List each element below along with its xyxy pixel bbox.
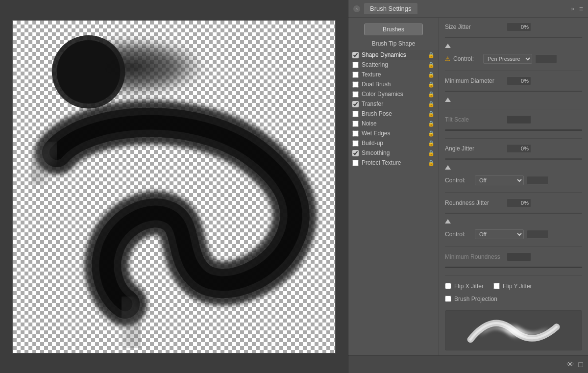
divider-6 — [445, 275, 582, 276]
sidebar-label-texture: Texture — [362, 71, 426, 78]
brush-preview — [445, 310, 582, 351]
angle-jitter-slider[interactable] — [445, 158, 582, 160]
flip-y-row: Flip Y Jitter — [493, 283, 532, 290]
wet-edges-checkbox[interactable] — [352, 130, 359, 137]
sidebar-item-protect-texture[interactable]: Protect Texture 🔒 — [348, 158, 439, 168]
transfer-checkbox[interactable] — [352, 101, 359, 107]
lock-icon-transfer: 🔒 — [428, 101, 435, 107]
sidebar-item-transfer[interactable]: Transfer 🔒 — [348, 99, 439, 109]
angle-jitter-row: Angle Jitter — [445, 144, 582, 153]
angle-control-value[interactable] — [527, 176, 549, 185]
divider-2 — [445, 109, 582, 109]
shape-dynamics-checkbox[interactable] — [352, 52, 359, 58]
sidebar-item-brush-pose[interactable]: Brush Pose 🔒 — [348, 109, 439, 119]
brush-preview-svg — [445, 311, 582, 350]
scattering-checkbox[interactable] — [352, 62, 359, 68]
sidebar-item-wet-edges[interactable]: Wet Edges 🔒 — [348, 128, 439, 138]
flip-x-row: Flip X Jitter — [445, 283, 484, 290]
size-jitter-thumb[interactable] — [445, 44, 451, 48]
flip-x-checkbox[interactable] — [445, 283, 451, 289]
lock-icon-build-up: 🔒 — [428, 140, 435, 147]
sidebar-item-noise[interactable]: Noise 🔒 — [348, 119, 439, 128]
roundness-control-select[interactable]: Off Fade Pen Pressure Pen Tilt — [475, 229, 524, 239]
brush-pose-checkbox[interactable] — [352, 111, 359, 117]
size-jitter-control-label: Control: — [453, 55, 480, 62]
size-jitter-control-select[interactable]: Pen Pressure Off Fade Pen Tilt Stylus Wh… — [483, 54, 532, 64]
roundness-control-row: Control: Off Fade Pen Pressure Pen Tilt — [445, 229, 582, 239]
lock-icon-smoothing: 🔒 — [428, 150, 435, 156]
min-roundness-row: Minimum Roundness — [445, 252, 582, 261]
sidebar-label-dual-brush: Dual Brush — [362, 81, 426, 88]
sidebar-label-color-dynamics: Color Dynamics — [362, 91, 426, 98]
roundness-control-label: Control: — [445, 231, 472, 238]
tilt-scale-slider[interactable] — [445, 129, 582, 131]
lock-icon-noise: 🔒 — [428, 121, 435, 127]
sidebar-label-shape-dynamics: Shape Dynamics — [362, 51, 426, 58]
sidebar-item-scattering[interactable]: Scattering 🔒 — [348, 60, 439, 70]
angle-control-label: Control: — [445, 177, 472, 184]
color-dynamics-checkbox[interactable] — [352, 91, 359, 98]
svg-point-2 — [57, 40, 121, 103]
panel-content: Brushes Brush Tip Shape Shape Dynamics 🔒… — [348, 18, 588, 355]
canvas-wrapper — [12, 20, 336, 353]
close-button[interactable]: × — [353, 5, 360, 12]
window-icon[interactable]: □ — [578, 360, 583, 369]
sidebar-item-texture[interactable]: Texture 🔒 — [348, 70, 439, 79]
angle-jitter-value[interactable] — [507, 144, 531, 153]
roundness-control-value[interactable] — [527, 230, 549, 239]
panel-right: Size Jitter ⚠ Control: Pen Pressure Off … — [439, 18, 588, 355]
min-roundness-slider[interactable] — [445, 267, 582, 268]
sidebar-label-brush-pose: Brush Pose — [362, 110, 426, 117]
brushes-button[interactable]: Brushes — [364, 24, 423, 35]
noise-checkbox[interactable] — [352, 121, 359, 127]
tilt-scale-row: Tilt Scale — [445, 115, 582, 124]
roundness-jitter-thumb[interactable] — [445, 219, 451, 224]
panel-menu-icon[interactable]: ≡ — [579, 5, 583, 13]
min-diameter-row: Minimum Diameter — [445, 76, 582, 85]
divider-1 — [445, 71, 582, 71]
sidebar-item-smoothing[interactable]: Smoothing 🔒 — [348, 148, 439, 158]
sidebar-label-protect-texture: Protect Texture — [362, 159, 426, 166]
protect-texture-checkbox[interactable] — [352, 160, 359, 166]
size-jitter-slider[interactable] — [445, 37, 582, 38]
build-up-checkbox[interactable] — [352, 140, 359, 147]
lock-icon-dual-brush: 🔒 — [428, 81, 435, 88]
size-jitter-control-row: ⚠ Control: Pen Pressure Off Fade Pen Til… — [445, 54, 582, 64]
brush-stroke — [13, 21, 335, 353]
min-diameter-thumb[interactable] — [445, 98, 451, 102]
angle-jitter-thumb[interactable] — [445, 165, 451, 170]
panel-title: Brush Settings — [364, 3, 417, 14]
min-diameter-slider[interactable] — [445, 91, 582, 92]
eye-icon[interactable]: 👁 — [566, 360, 574, 369]
roundness-jitter-row: Roundness Jitter — [445, 199, 582, 207]
sidebar-label-build-up: Build-up — [362, 140, 426, 147]
texture-checkbox[interactable] — [352, 72, 359, 78]
flip-y-label: Flip Y Jitter — [503, 283, 532, 290]
sidebar-item-dual-brush[interactable]: Dual Brush 🔒 — [348, 79, 439, 89]
min-roundness-value[interactable] — [507, 252, 531, 261]
tilt-scale-value[interactable] — [507, 115, 531, 124]
sidebar-label-wet-edges: Wet Edges — [362, 130, 426, 137]
roundness-jitter-value[interactable] — [507, 199, 531, 207]
collapse-icon[interactable]: » — [571, 5, 574, 12]
brush-projection-checkbox[interactable] — [445, 296, 451, 302]
panel-sidebar: Brushes Brush Tip Shape Shape Dynamics 🔒… — [348, 18, 439, 355]
size-jitter-value[interactable] — [507, 23, 531, 31]
lock-icon-wet-edges: 🔒 — [428, 130, 435, 137]
size-jitter-row: Size Jitter — [445, 23, 582, 31]
min-diameter-value[interactable] — [507, 76, 531, 85]
size-jitter-label: Size Jitter — [445, 24, 504, 30]
sidebar-item-build-up[interactable]: Build-up 🔒 — [348, 138, 439, 148]
tilt-scale-label: Tilt Scale — [445, 116, 504, 123]
sidebar-item-color-dynamics[interactable]: Color Dynamics 🔒 — [348, 89, 439, 99]
flip-y-checkbox[interactable] — [493, 283, 500, 289]
sidebar-item-shape-dynamics[interactable]: Shape Dynamics 🔒 — [348, 50, 439, 60]
smoothing-checkbox[interactable] — [352, 150, 359, 156]
size-jitter-control-value[interactable] — [535, 54, 557, 63]
sidebar-label-noise: Noise — [362, 120, 426, 127]
app-container: × Brush Settings » ≡ Brushes Brush Tip S… — [0, 0, 588, 373]
angle-control-select[interactable]: Off Fade Pen Pressure Pen Tilt — [475, 175, 524, 185]
roundness-jitter-slider[interactable] — [445, 213, 582, 214]
dual-brush-checkbox[interactable] — [352, 81, 359, 88]
angle-control-row: Control: Off Fade Pen Pressure Pen Tilt — [445, 175, 582, 185]
